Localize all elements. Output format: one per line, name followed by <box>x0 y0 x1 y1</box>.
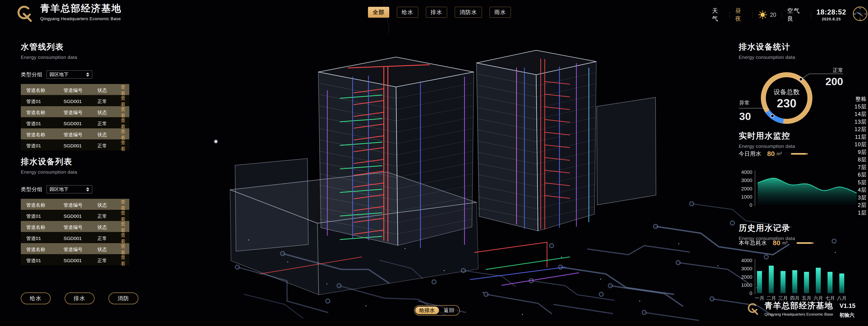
group-select[interactable]: 园区地下 <box>46 185 92 193</box>
svg-text:1000: 1000 <box>741 194 752 200</box>
system-filter-button[interactable]: 排水 <box>65 293 94 304</box>
temperature-value: 20 <box>770 11 776 18</box>
realtime-water-area-chart: 40003000200010000 <box>739 167 868 213</box>
table-cell: 管道名称 <box>26 132 64 138</box>
pipe-type-tab[interactable]: 雨水 <box>490 7 511 18</box>
back-button[interactable]: 返回 <box>439 307 459 314</box>
view-link[interactable]: 查看 <box>121 210 125 222</box>
view-link[interactable]: 查看 <box>121 199 125 212</box>
view-link[interactable]: 查看 <box>121 139 125 152</box>
svg-text:八月: 八月 <box>837 295 846 301</box>
floor-item[interactable]: 6层 <box>855 171 867 179</box>
group-label: 类型分组 <box>21 71 42 78</box>
table-cell: SGD001 <box>64 258 97 263</box>
svg-text:2000: 2000 <box>741 186 752 192</box>
panel-subtitle: Energy consumption data <box>739 55 847 60</box>
floor-item[interactable]: 9层 <box>855 148 867 156</box>
view-link[interactable]: 查看 <box>121 232 125 245</box>
time-value: 18:28:52 <box>816 8 846 16</box>
weather-button[interactable]: 天气 <box>712 7 724 23</box>
clock: 18:28:52 2020.8.25 <box>816 8 846 21</box>
floor-item[interactable]: 10层 <box>855 141 867 148</box>
pipe-type-tab[interactable]: 给水 <box>397 7 418 18</box>
system-filter-buttons: 给水排水消防 <box>21 293 138 304</box>
table-cell: 正常 <box>97 235 121 242</box>
table-row: 管道01SGD001正常查看 <box>21 139 129 151</box>
system-filter-button[interactable]: 消防 <box>108 293 138 304</box>
app-subtitle: Qingyang Headquarters Economic Base <box>40 16 122 21</box>
svg-text:0: 0 <box>749 202 752 208</box>
table-header-row: 管道名称管道编号状态查看 <box>21 199 129 210</box>
company-logo-icon <box>747 302 760 317</box>
divider <box>752 12 753 18</box>
history-panel-header: 历史用水记录 Energy consumption data <box>739 222 847 241</box>
system-filter-button[interactable]: 给水 <box>21 293 51 304</box>
svg-text:1000: 1000 <box>741 282 752 288</box>
today-usage-metric: 今日用水 80 m³ <box>739 150 808 158</box>
mode-switcher: 给排水 返回 <box>414 305 460 316</box>
view-link[interactable]: 查看 <box>121 106 125 119</box>
table-cell: SGD001 <box>64 236 97 241</box>
svg-text:三月: 三月 <box>778 295 788 301</box>
pipe-type-tab[interactable]: 排水 <box>426 7 447 18</box>
svg-text:E: E <box>865 13 866 15</box>
floor-item[interactable]: 11层 <box>855 133 867 141</box>
panel-title: 排水设备统计 <box>739 42 847 53</box>
view-link[interactable]: 查看 <box>121 243 125 256</box>
table-header-row: 管道名称管道编号状态查看 <box>21 128 129 139</box>
mode-active-button[interactable]: 给排水 <box>415 306 439 314</box>
pipe-type-tab[interactable]: 消防水 <box>455 7 482 18</box>
floor-item[interactable]: 13层 <box>855 118 867 126</box>
building-3d-viewport[interactable] <box>0 0 868 326</box>
table-cell: 管道名称 <box>26 109 64 116</box>
table-cell: 管道编号 <box>64 87 97 93</box>
daynight-button[interactable]: 昼夜 <box>735 7 747 23</box>
table-cell: 正常 <box>97 213 121 219</box>
floor-item[interactable]: 5层 <box>855 179 867 186</box>
floor-item[interactable]: 2层 <box>855 201 867 209</box>
view-link[interactable]: 查看 <box>121 117 125 130</box>
table-cell: 状态 <box>97 132 121 138</box>
select-arrows-icon <box>86 73 89 77</box>
table-cell: SGD001 <box>64 214 97 219</box>
table-cell: 状态 <box>97 224 121 230</box>
panel-title: 排水设备列表 <box>21 156 129 167</box>
table-cell: 状态 <box>97 202 121 208</box>
table-header-row: 管道名称管道编号状态查看 <box>21 106 129 117</box>
table-row: 管道01SGD001正常查看 <box>21 254 129 265</box>
table-cell: 正常 <box>97 120 121 127</box>
svg-text:3000: 3000 <box>741 266 752 271</box>
view-link[interactable]: 查看 <box>121 254 125 267</box>
table-cell: 管道编号 <box>64 246 97 253</box>
brand: 青羊总部经济基地 Qingyang Headquarters Economic … <box>17 4 122 24</box>
floor-item[interactable]: 整栋 <box>855 95 867 103</box>
metric-value: 80 <box>773 239 780 247</box>
floor-item[interactable]: 3层 <box>855 194 867 201</box>
svg-text:异常: 异常 <box>739 100 749 106</box>
view-link[interactable]: 查看 <box>121 128 125 141</box>
table-cell: 管道编号 <box>64 132 97 138</box>
svg-text:0: 0 <box>749 291 752 296</box>
table-cell: 正常 <box>97 143 121 149</box>
footer-brand: 青羊总部经济基地 Qingyang Headquarters Economic … <box>747 302 856 319</box>
view-link[interactable]: 查看 <box>121 95 125 108</box>
table-row: 管道01SGD001正常查看 <box>21 232 129 243</box>
floor-item[interactable]: 4层 <box>855 186 867 194</box>
view-link[interactable]: 查看 <box>121 221 125 234</box>
floor-item[interactable]: 15层 <box>855 103 867 110</box>
floor-item[interactable]: 14层 <box>855 110 867 118</box>
table-header-row: 管道名称管道编号状态查看 <box>21 221 129 232</box>
floor-item[interactable]: 7层 <box>855 163 867 171</box>
floor-item[interactable]: 1层 <box>855 209 867 217</box>
pipe-type-tab[interactable]: 全部 <box>368 7 389 18</box>
view-link[interactable]: 查看 <box>121 84 125 97</box>
build-label: 初验六 <box>839 312 856 319</box>
compass-icon[interactable]: N E S W <box>852 5 868 22</box>
app-title: 青羊总部经济基地 <box>40 4 122 13</box>
floor-item[interactable]: 12层 <box>855 126 867 133</box>
table-cell: 管道01 <box>26 98 64 105</box>
metric-indicator-line <box>797 242 814 244</box>
table-cell: 管道名称 <box>26 202 64 208</box>
floor-item[interactable]: 8层 <box>855 156 867 163</box>
group-select[interactable]: 园区地下 <box>46 71 92 79</box>
